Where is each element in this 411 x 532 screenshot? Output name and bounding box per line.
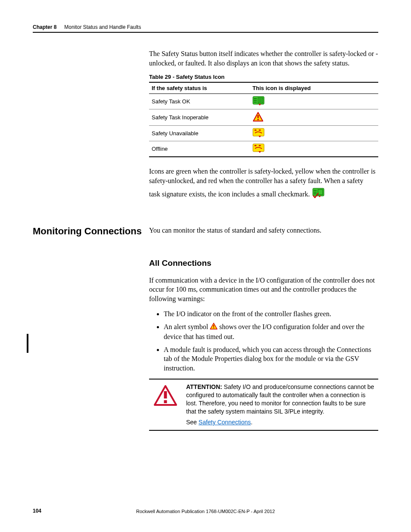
list-item: An alert symbol shows over the I/O confi…: [164, 322, 378, 342]
bullet2a: An alert symbol: [164, 323, 208, 330]
safety-offline-icon: [252, 143, 265, 154]
svg-marker-2: [258, 104, 261, 106]
list-item: A module fault is produced, which you ca…: [164, 345, 378, 373]
table-row: Safety Unavailable: [149, 126, 378, 141]
safety-connections-link[interactable]: Safety Connections: [199, 419, 251, 426]
svg-rect-14: [213, 325, 214, 327]
svg-rect-15: [213, 327, 214, 328]
safety-ok-icon: [252, 96, 265, 107]
table-row: Safety Task OK: [149, 94, 378, 109]
svg-rect-6: [253, 128, 264, 136]
after-table-text: task signature exists, the icon includes…: [149, 190, 310, 199]
after-table-line2: task signature exists, the icon includes…: [149, 188, 378, 201]
icon-cell: [250, 141, 378, 157]
change-bar: [27, 334, 28, 353]
intro-paragraph: The Safety Status button itself indicate…: [149, 49, 378, 68]
table-row: Offline: [149, 141, 378, 157]
see-prefix: See: [186, 419, 199, 426]
footer-publication: Rockwell Automation Publication 1768-UM0…: [33, 509, 378, 514]
safety-unavailable-icon: [252, 128, 265, 139]
section-body: If communication with a device in the I/…: [149, 276, 378, 304]
svg-marker-12: [318, 196, 321, 197]
svg-rect-18: [164, 400, 167, 403]
icon-cell: [250, 94, 378, 109]
icon-cell: [250, 126, 378, 141]
table-header-status: If the safety status is: [149, 82, 250, 94]
status-cell: Safety Task Inoperable: [149, 109, 250, 126]
attention-text: ATTENTION: Safety I/O and produce/consum…: [186, 383, 377, 426]
status-cell: Safety Unavailable: [149, 126, 250, 141]
svg-rect-5: [258, 119, 259, 120]
attention-triangle-icon: [151, 383, 177, 408]
status-cell: Safety Task OK: [149, 94, 250, 109]
after-table-line1: Icons are green when the controller is s…: [149, 167, 378, 185]
warning-list: The I/O indicator on the front of the co…: [149, 309, 378, 373]
icon-cell: [250, 109, 378, 126]
page-header: Chapter 8 Monitor Status and Handle Faul…: [33, 24, 378, 33]
attention-block: ATTENTION: Safety I/O and produce/consum…: [149, 379, 378, 430]
svg-rect-17: [164, 391, 167, 398]
status-icon-table: If the safety status is This icon is dis…: [149, 82, 378, 157]
table-caption: Table 29 - Safety Status Icon: [149, 74, 378, 80]
safety-check-icon: [312, 188, 324, 201]
svg-rect-8: [253, 144, 264, 152]
section-heading: Monitoring Connections: [33, 226, 149, 237]
safety-inoperable-icon: [252, 112, 264, 123]
list-item: The I/O indicator on the front of the co…: [164, 309, 378, 319]
section-lead: You can monitor the status of standard a…: [149, 226, 378, 235]
see-suffix: .: [251, 419, 252, 426]
table-row: Safety Task Inoperable: [149, 109, 378, 126]
chapter-label: Chapter 8: [33, 24, 56, 30]
svg-marker-9: [258, 151, 261, 153]
sub-heading: All Connections: [149, 258, 378, 268]
status-cell: Offline: [149, 141, 250, 157]
svg-marker-7: [258, 136, 261, 137]
svg-rect-4: [258, 115, 259, 118]
alert-icon: [210, 324, 219, 331]
chapter-title: Monitor Status and Handle Faults: [64, 24, 141, 30]
attention-label: ATTENTION:: [186, 383, 222, 390]
table-header-icon: This icon is displayed: [250, 82, 378, 94]
